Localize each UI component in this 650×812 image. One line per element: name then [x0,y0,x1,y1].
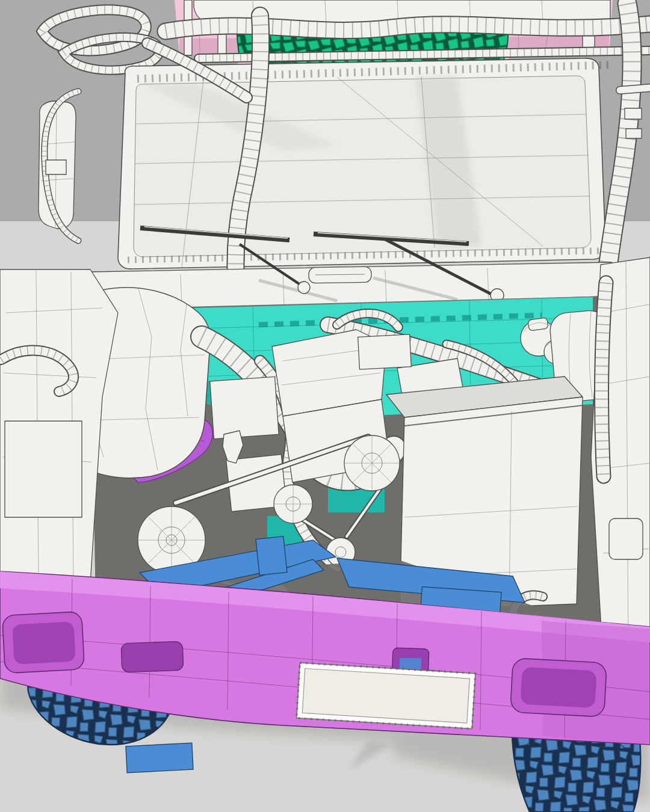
mirror-clamp [46,160,66,174]
render-viewport: 3D wireframe render — off-road truck fro… [0,0,650,812]
bumper-pocket-left-inner [12,621,75,664]
pulley-idler [274,485,312,523]
left-tray-box [5,421,82,517]
engine-box [210,377,279,438]
tube-clamp [625,108,642,119]
tube-clamp [626,129,642,138]
plate-face-blank [302,668,469,723]
roof-rack-front-tube [166,24,650,31]
bumper-pocket-right-inner [520,667,596,708]
antenna-tube [620,88,650,90]
wireframe-truck-render: 3D wireframe render — off-road truck fro… [0,0,650,812]
right-lower-tube [602,283,606,476]
blue-mount [256,537,287,575]
license-plate [297,663,475,729]
coil-box [358,334,412,369]
blue-lower-link [126,743,193,773]
fender-step-box [609,518,643,559]
wiper-left-pivot [298,281,310,294]
pulley-upper [344,435,400,491]
bumper-slot [121,641,184,672]
